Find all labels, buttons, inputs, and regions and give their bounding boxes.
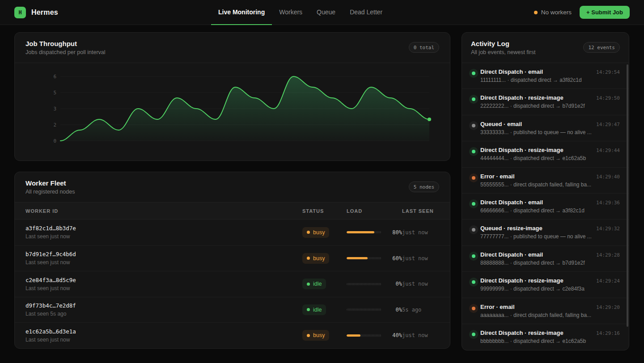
worker-last-seen-sub: Last seen 5s ago — [25, 311, 302, 317]
topbar: H Hermes Live Monitoring Workers Queue D… — [0, 0, 644, 25]
activity-event-row[interactable]: Direct Dispatch · resize-image 14:29:24 … — [462, 272, 629, 298]
status-dot-icon — [307, 334, 310, 337]
event-description: 88888888... · dispatched direct → b7d91e… — [480, 260, 620, 266]
event-title: Error · email — [480, 173, 515, 180]
event-timestamp: 14:29:20 — [596, 304, 620, 310]
event-description: 55555555... · direct dispatch failed, fa… — [480, 182, 620, 188]
worker-last-seen-sub: Last seen just now — [25, 233, 302, 240]
activity-event-row[interactable]: Queued · email 14:29:47 33333333... · pu… — [462, 115, 629, 141]
job-throughput-title: Job Throughput — [25, 40, 106, 47]
event-timestamp: 14:29:50 — [596, 95, 620, 101]
event-title: Queued · email — [480, 121, 522, 127]
event-description: 22222222... · dispatched direct → b7d91e… — [480, 103, 620, 109]
event-title: Queued · resize-image — [480, 225, 542, 232]
event-title: Direct Dispatch · resize-image — [480, 329, 564, 336]
event-status-dot-icon — [472, 150, 475, 153]
nav-tab-live-monitoring[interactable]: Live Monitoring — [211, 0, 272, 25]
event-timestamp: 14:29:24 — [596, 278, 620, 284]
job-throughput-subtitle: Jobs dispatched per poll interval — [25, 49, 106, 55]
worker-row[interactable]: c2e84f3a…8d5c9e Last seen just now idle … — [15, 271, 450, 297]
nodes-count-badge: 5 nodes — [409, 182, 439, 192]
load-progress-fill — [347, 334, 360, 337]
activity-log-subtitle: All job events, newest first — [471, 49, 536, 55]
activity-event-row[interactable]: Error · email 14:29:40 55555555... · dir… — [462, 168, 629, 194]
event-status-dot-icon — [472, 97, 475, 101]
activity-event-row[interactable]: Queued · resize-image 14:29:32 77777777.… — [462, 219, 629, 245]
event-timestamp: 14:29:44 — [596, 148, 620, 153]
event-status-dot-icon — [472, 176, 475, 180]
app-title: Hermes — [31, 8, 58, 17]
event-description: 66666666... · dispatched direct → a3f82c… — [480, 207, 620, 214]
submit-job-button[interactable]: + Submit Job — [580, 6, 630, 19]
worker-last-seen: just now — [402, 229, 450, 236]
load-progress-bar — [347, 231, 381, 233]
worker-last-seen-sub: Last seen just now — [25, 337, 302, 343]
worker-last-seen: 5s ago — [402, 307, 450, 313]
event-timestamp: 14:29:47 — [596, 122, 620, 127]
activity-event-row[interactable]: Direct Dispatch · resize-image 14:29:50 … — [462, 89, 629, 115]
worker-last-seen-sub: Last seen just now — [25, 259, 302, 266]
chart-ytick-label: 3 — [53, 106, 56, 112]
event-status-dot-icon — [472, 307, 475, 310]
worker-last-seen: just now — [402, 332, 450, 338]
activity-event-row[interactable]: Direct Dispatch · resize-image 14:29:44 … — [462, 141, 629, 167]
nav-tab-queue[interactable]: Queue — [309, 0, 343, 25]
event-timestamp: 14:29:32 — [596, 226, 620, 232]
event-title: Direct Dispatch · resize-image — [480, 277, 564, 284]
load-progress-bar — [347, 308, 381, 311]
col-load: Load — [347, 208, 402, 214]
worker-row[interactable]: d9f73b4c…7e2d8f Last seen 5s ago idle 0%… — [15, 297, 450, 323]
event-status-dot-icon — [472, 333, 475, 336]
event-description: 33333333... · published to queue — no al… — [480, 129, 620, 135]
event-timestamp: 14:29:40 — [596, 174, 620, 180]
activity-log-card: Activity Log All job events, newest firs… — [462, 32, 629, 350]
worker-status-label: No workers — [541, 9, 572, 16]
throughput-chart: 02356 — [15, 63, 450, 160]
event-description: bbbbbbbb... · dispatched direct → e1c62a… — [480, 338, 620, 344]
activity-log-title: Activity Log — [471, 40, 536, 47]
event-status-dot-icon — [472, 124, 475, 127]
load-percentage: 0% — [396, 307, 402, 313]
activity-log-header: Activity Log All job events, newest firs… — [462, 33, 629, 63]
col-worker-id: Worker ID — [25, 208, 302, 214]
event-timestamp: 14:29:28 — [596, 252, 620, 258]
event-description: aaaaaaaa... · direct dispatch failed, fa… — [480, 312, 620, 318]
status-dot-icon — [534, 11, 538, 14]
load-percentage: 0% — [396, 281, 402, 287]
topbar-right: No workers + Submit Job — [534, 6, 630, 19]
activity-event-row[interactable]: Direct Dispatch · resize-image 14:29:16 … — [462, 324, 629, 350]
fleet-table-body: a3f82c1d…8b3d7e Last seen just now busy … — [15, 219, 450, 348]
activity-event-row[interactable]: Direct Dispatch · email 14:29:28 8888888… — [462, 246, 629, 272]
col-status: Status — [302, 208, 347, 214]
status-dot-icon — [307, 231, 310, 234]
worker-fleet-subtitle: All registered nodes — [25, 189, 75, 195]
worker-row[interactable]: a3f82c1d…8b3d7e Last seen just now busy … — [15, 219, 450, 245]
event-title: Direct Dispatch · email — [480, 199, 543, 206]
activity-log-list: Direct Dispatch · email 14:29:54 1111111… — [462, 63, 629, 350]
left-column: Job Throughput Jobs dispatched per poll … — [14, 32, 450, 349]
nav-tabs: Live Monitoring Workers Queue Dead Lette… — [211, 0, 390, 25]
activity-event-row[interactable]: Direct Dispatch · email 14:29:36 6666666… — [462, 194, 629, 219]
brand: H Hermes — [14, 7, 58, 18]
event-title: Direct Dispatch · email — [480, 68, 543, 75]
activity-scrollbar[interactable] — [627, 64, 628, 327]
total-jobs-badge: 0 total — [409, 42, 439, 53]
nav-tab-dead-letter[interactable]: Dead Letter — [343, 0, 390, 25]
event-status-dot-icon — [472, 280, 475, 284]
main-content: Job Throughput Jobs dispatched per poll … — [0, 25, 644, 350]
worker-last-seen-sub: Last seen just now — [25, 285, 302, 291]
throughput-chart-svg: 02356 — [15, 63, 450, 160]
worker-status-badge: idle — [302, 279, 326, 289]
event-description: 99999999... · dispatched direct → c2e84f… — [480, 286, 620, 292]
job-throughput-header: Job Throughput Jobs dispatched per poll … — [15, 33, 450, 63]
worker-last-seen: just now — [402, 281, 450, 287]
event-description: 44444444... · dispatched direct → e1c62a… — [480, 155, 620, 161]
worker-row[interactable]: e1c62a5b…6d3e1a Last seen just now busy … — [15, 322, 450, 348]
nav-tab-workers[interactable]: Workers — [272, 0, 309, 25]
worker-row[interactable]: b7d91e2f…9c4b6d Last seen just now busy … — [15, 245, 450, 271]
activity-event-row[interactable]: Direct Dispatch · email 14:29:54 1111111… — [462, 63, 629, 89]
activity-event-row[interactable]: Error · email 14:29:20 aaaaaaaa... · dir… — [462, 298, 629, 324]
event-timestamp: 14:29:16 — [596, 330, 620, 336]
job-throughput-card: Job Throughput Jobs dispatched per poll … — [14, 32, 450, 161]
event-status-dot-icon — [472, 228, 475, 232]
